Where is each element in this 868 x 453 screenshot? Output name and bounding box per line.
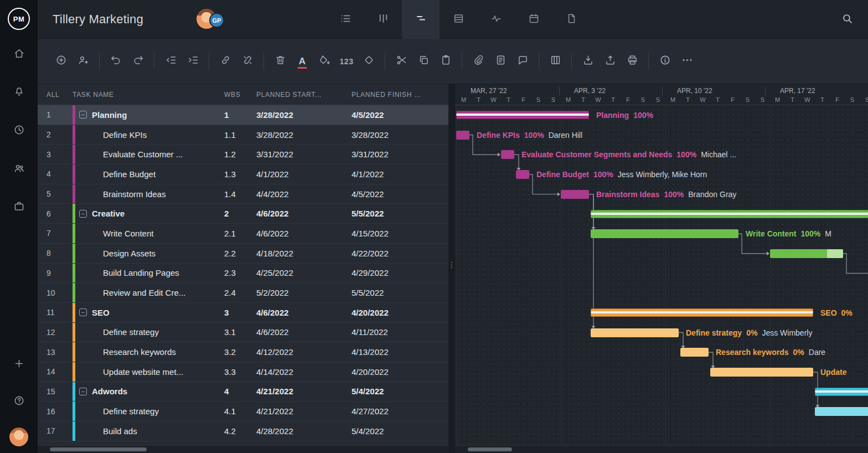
sidebar-item-portfolio[interactable] (8, 196, 30, 218)
row-number: 2 (38, 125, 73, 145)
gantt-bar-label: Evaluate Customer Segments and Needs100%… (521, 150, 736, 159)
sidebar-item-recent[interactable] (8, 120, 30, 142)
undo-button[interactable] (105, 50, 127, 73)
milestone-button[interactable] (358, 50, 380, 73)
sidebar-item-team[interactable] (8, 158, 30, 180)
row-number: 6 (38, 204, 73, 223)
outdent-button[interactable] (159, 50, 182, 73)
info-button[interactable] (654, 50, 676, 73)
table-row[interactable]: 17Build ads4.24/28/20225/4/2022 (38, 421, 448, 441)
link-tasks-button[interactable] (214, 50, 236, 73)
view-tab-board[interactable] (364, 0, 402, 39)
fill-color-button[interactable] (313, 50, 335, 73)
collapse-toggle-icon[interactable]: − (79, 210, 87, 218)
table-row[interactable]: 14Update website met...3.34/14/20224/20/… (38, 362, 448, 382)
view-tab-activity[interactable] (477, 0, 515, 39)
gantt-bar-seo[interactable] (591, 308, 813, 317)
task-name-cell: Build ads (73, 421, 219, 441)
assign-user-button[interactable] (72, 50, 94, 73)
gantt-bar-research-keywords[interactable] (680, 348, 709, 357)
column-header-planned-start[interactable]: PLANNED START... (252, 91, 346, 99)
gantt-bar-write-content[interactable] (591, 229, 738, 238)
gantt-bar-planning[interactable] (456, 111, 589, 119)
notes-button[interactable] (489, 50, 512, 73)
gantt-bar-adwords-define-strategy[interactable] (815, 407, 868, 416)
project-members: GP (197, 8, 233, 31)
gantt-bar-seo-define-strategy[interactable] (591, 328, 679, 337)
table-row[interactable]: 10Review and Edit Cre...2.45/2/20225/5/2… (38, 283, 448, 303)
view-tab-sheet[interactable] (440, 0, 477, 39)
gantt-bar-adwords[interactable] (815, 388, 868, 396)
view-tab-calendar[interactable] (515, 0, 552, 39)
user-avatar[interactable] (9, 428, 28, 446)
member-avatar-badge[interactable]: GP (209, 13, 224, 28)
table-row[interactable]: 7Write Content2.14/6/20224/15/2022 (38, 224, 448, 244)
task-name-cell: −Adwords (73, 382, 219, 401)
indent-button[interactable] (182, 50, 204, 73)
sidebar-item-notifications[interactable] (8, 81, 30, 104)
row-color-strip (73, 362, 75, 382)
recent-icon (13, 124, 25, 138)
number-format-button[interactable]: 123 (335, 50, 358, 73)
view-tab-list[interactable] (327, 0, 364, 39)
redo-button[interactable] (127, 50, 149, 73)
import-button[interactable] (577, 50, 599, 73)
table-row[interactable]: 16Define strategy4.14/21/20224/27/2022 (38, 401, 448, 421)
copy-button[interactable] (412, 50, 435, 73)
view-tab-doc[interactable] (552, 0, 590, 39)
sidebar-item-home[interactable] (8, 43, 30, 65)
gantt-bar-creative[interactable] (591, 210, 868, 218)
table-row[interactable]: 8Design Assets2.24/18/20224/22/2022 (38, 244, 448, 264)
pm-logo[interactable]: PM (8, 8, 30, 30)
add-task-button[interactable] (50, 50, 72, 73)
table-row[interactable]: 13Research keywords3.24/12/20224/13/2022 (38, 342, 448, 362)
paste-button[interactable] (435, 50, 457, 73)
print-button[interactable] (621, 50, 643, 73)
column-header-wbs[interactable]: WBS (219, 91, 252, 99)
search-button[interactable] (834, 0, 860, 39)
planned-start-cell: 4/21/2022 (252, 382, 346, 401)
unlink-tasks-button[interactable] (236, 50, 259, 73)
column-header-task-name[interactable]: TASK NAME (73, 91, 219, 99)
sidebar-add-button[interactable] (8, 353, 30, 375)
gantt-bar-design-assets[interactable] (770, 249, 843, 258)
view-tab-gantt[interactable] (402, 0, 440, 39)
table-row[interactable]: 11−SEO34/6/20224/20/2022 (38, 303, 448, 323)
collapse-toggle-icon[interactable]: − (79, 388, 87, 395)
table-row[interactable]: 3Evaluate Customer ...1.23/31/20223/31/2… (38, 145, 448, 164)
text-color-button[interactable]: A (291, 50, 313, 73)
comment-button[interactable] (512, 50, 534, 73)
collapse-toggle-icon[interactable]: − (79, 308, 87, 316)
column-header-planned-finish[interactable]: PLANNED FINISH ... (346, 91, 448, 99)
table-row[interactable]: 9Build Landing Pages2.34/25/20224/29/202… (38, 264, 448, 284)
table-row[interactable]: 2Define KPIs1.13/28/20223/28/2022 (38, 125, 448, 145)
export-button[interactable] (599, 50, 621, 73)
gantt-scrollbar-thumb[interactable] (468, 447, 512, 451)
gantt-bar-evaluate[interactable] (501, 150, 514, 159)
table-row[interactable]: 5Brainstorm Ideas1.44/4/20224/5/2022 (38, 184, 448, 204)
column-header-all[interactable]: ALL (38, 91, 73, 99)
gantt-bar-update-website[interactable] (710, 368, 813, 377)
table-row[interactable]: 15−Adwords44/21/20225/4/2022 (38, 382, 448, 402)
gantt-bar-define-kpis[interactable] (456, 131, 469, 140)
table-row[interactable]: 4Define Budget1.34/1/20224/1/2022 (38, 164, 448, 184)
wbs-cell: 2.1 (219, 224, 252, 243)
sidebar-help-button[interactable] (8, 390, 30, 413)
table-row[interactable]: 1−Planning13/28/20224/5/2022 (38, 105, 448, 125)
delete-button[interactable] (269, 50, 291, 73)
table-row[interactable]: 6−Creative24/6/20225/5/2022 (38, 204, 448, 224)
table-scrollbar-thumb[interactable] (50, 447, 147, 451)
more-button[interactable] (676, 50, 698, 73)
attachment-button[interactable] (467, 50, 489, 73)
gantt-horizontal-scrollbar[interactable] (455, 445, 868, 453)
gantt-bar-brainstorm[interactable] (561, 190, 589, 199)
cut-button[interactable] (390, 50, 412, 73)
planned-start-cell: 4/14/2022 (252, 362, 346, 382)
gantt-bar-define-budget[interactable] (516, 170, 529, 179)
pane-splitter[interactable] (448, 84, 455, 453)
table-row[interactable]: 12Define strategy3.14/6/20224/11/2022 (38, 323, 448, 343)
table-horizontal-scrollbar[interactable] (38, 445, 448, 453)
collapse-toggle-icon[interactable]: − (79, 111, 87, 119)
manage-columns-button[interactable] (544, 50, 566, 73)
gantt-bar-percent: 0% (793, 348, 804, 357)
